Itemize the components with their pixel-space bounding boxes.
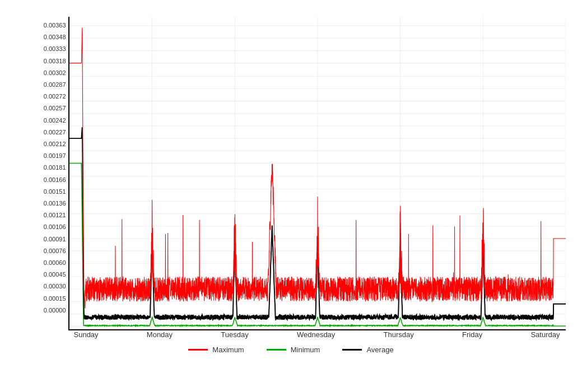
y-tick: 0.00287 (34, 82, 68, 88)
y-tick: 0.00333 (34, 46, 68, 52)
x-label: Sunday (74, 330, 99, 339)
legend-line (267, 349, 286, 351)
legend-line (342, 349, 362, 351)
legend: MaximumMinimumAverage (188, 346, 393, 354)
x-labels: SundayMondayTuesdayWednesdayThursdayFrid… (68, 330, 566, 339)
x-label: Monday (147, 330, 173, 339)
x-label: Tuesday (221, 330, 248, 339)
y-tick: 0.00045 (34, 272, 68, 278)
y-tick: 0.00060 (34, 260, 68, 266)
y-tick: 0.00000 (34, 307, 68, 314)
y-tick: 0.00151 (34, 189, 68, 195)
y-tick: 0.00363 (34, 22, 68, 29)
chart-container: 0.003630.003480.003330.003180.003020.002… (0, 0, 582, 392)
y-tick: 0.00106 (34, 224, 68, 230)
y-tick: 0.00121 (34, 212, 68, 218)
y-tick: 0.00015 (34, 296, 68, 302)
plot-area (68, 17, 566, 330)
y-tick: 0.00272 (34, 94, 68, 100)
legend-item: Average (342, 346, 393, 354)
legend-label: Maximum (212, 346, 244, 354)
y-tick: 0.00181 (34, 165, 68, 171)
legend-item: Minimum (267, 346, 320, 354)
x-label: Saturday (530, 330, 560, 339)
x-label: Thursday (384, 330, 414, 339)
y-tick: 0.00242 (34, 118, 68, 124)
x-label: Friday (462, 330, 482, 339)
y-tick: 0.00091 (34, 236, 68, 242)
y-tick: 0.00166 (34, 177, 68, 183)
x-axis-container: SundayMondayTuesdayWednesdayThursdayFrid… (17, 330, 566, 339)
chart-area: 0.003630.003480.003330.003180.003020.002… (17, 17, 566, 330)
legend-item: Maximum (188, 346, 244, 354)
y-tick: 0.00348 (34, 34, 68, 40)
chart-svg (69, 17, 566, 329)
y-tick: 0.00076 (34, 248, 68, 254)
y-axis-label (17, 17, 34, 330)
y-tick: 0.00227 (34, 129, 68, 136)
y-tick: 0.00212 (34, 141, 68, 147)
y-tick: 0.00318 (34, 58, 68, 64)
y-tick: 0.00136 (34, 200, 68, 207)
x-label: Wednesday (297, 330, 335, 339)
y-tick: 0.00257 (34, 105, 68, 111)
legend-label: Minimum (291, 346, 320, 354)
y-tick: 0.00197 (34, 153, 68, 159)
y-tick: 0.00030 (34, 283, 68, 290)
y-tick: 0.00302 (34, 70, 68, 76)
legend-line (188, 349, 208, 351)
legend-label: Average (366, 346, 393, 354)
y-ticks: 0.003630.003480.003330.003180.003020.002… (34, 22, 68, 314)
